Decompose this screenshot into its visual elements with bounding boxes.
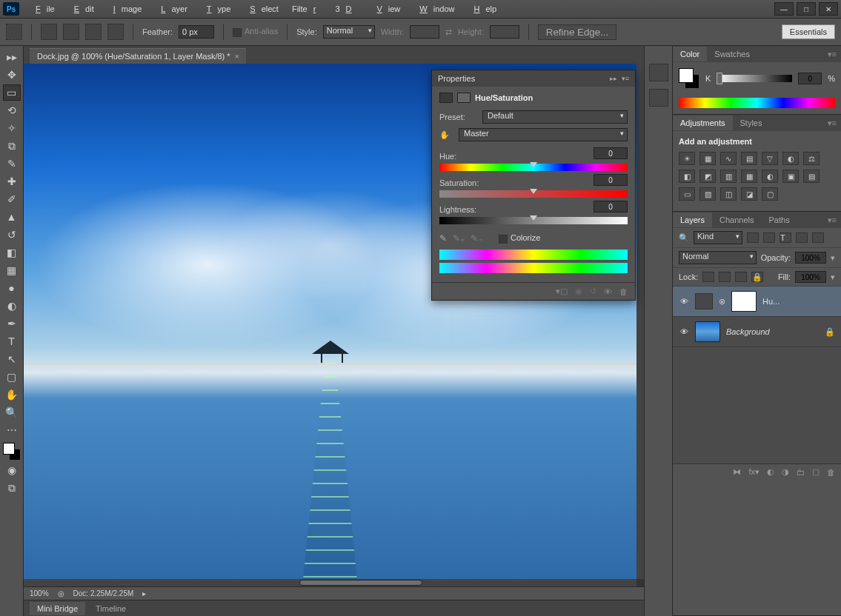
layer-thumb[interactable]	[695, 321, 720, 342]
blend-mode-dropdown[interactable]: Normal	[679, 251, 757, 264]
color-lookup-icon[interactable]: ▦	[741, 170, 757, 183]
adj-icon[interactable]: ▢	[762, 187, 778, 201]
properties-panel[interactable]: Properties ▸▸ ▾≡ Hue/Saturation Preset: …	[431, 70, 636, 301]
color-balance-icon[interactable]: ⚖	[803, 152, 820, 165]
clip-icon[interactable]: ▾▢	[556, 287, 568, 296]
mask-icon[interactable]: ◐	[767, 467, 774, 477]
lock-position-icon[interactable]	[735, 272, 747, 282]
lightness-value-input[interactable]	[594, 201, 628, 212]
saturation-value-input[interactable]	[594, 174, 628, 186]
new-selection-icon[interactable]	[41, 24, 57, 40]
panel-menu-icon[interactable]: ▾≡	[823, 50, 841, 59]
layer-name[interactable]: Hu...	[762, 297, 835, 306]
timeline-tab[interactable]: Timeline	[88, 602, 133, 615]
channel-dropdown[interactable]: Master	[459, 128, 628, 141]
expand-tools-icon[interactable]: ▸▸	[3, 49, 21, 65]
link-layers-icon[interactable]: ⧓	[733, 467, 741, 477]
history-panel-icon[interactable]	[649, 64, 668, 81]
status-icon[interactable]: ◎	[58, 589, 64, 597]
zoom-level[interactable]: 100%	[30, 589, 49, 597]
menu-type[interactable]: Type	[195, 2, 236, 16]
vibrance-icon[interactable]: ▽	[762, 152, 778, 165]
marquee-tool-preset-icon[interactable]	[6, 24, 22, 40]
gradient-map-icon[interactable]: ▭	[679, 187, 695, 201]
channel-mixer-icon[interactable]: ▥	[720, 170, 737, 183]
lightness-slider[interactable]	[439, 217, 628, 224]
visibility-icon[interactable]: 👁	[679, 327, 689, 336]
clone-stamp-tool-icon[interactable]: ▲	[3, 209, 21, 225]
curves-icon[interactable]: ∿	[720, 152, 737, 165]
blur-tool-icon[interactable]: ●	[3, 280, 21, 296]
status-arrow-icon[interactable]: ▸	[142, 589, 146, 597]
eyedropper-subtract-icon[interactable]: ✎₋	[471, 233, 482, 244]
menu-select[interactable]: Select	[238, 2, 285, 16]
saturation-slider[interactable]	[439, 190, 628, 198]
eraser-tool-icon[interactable]: ◧	[3, 244, 21, 261]
style-dropdown[interactable]: Normal	[323, 25, 375, 38]
lock-all-icon[interactable]: 🔒	[751, 272, 763, 282]
horizontal-scrollbar[interactable]	[24, 579, 636, 586]
hand-tool-icon[interactable]: ✋	[3, 386, 21, 403]
menu-layer[interactable]: Layer	[149, 2, 193, 16]
bw-icon[interactable]: ◧	[679, 170, 695, 183]
eyedropper-icon[interactable]: ✎	[439, 233, 447, 244]
menu-file[interactable]: File	[24, 2, 61, 16]
info-panel-icon[interactable]	[649, 89, 668, 107]
invert-icon[interactable]: ◐	[762, 170, 778, 183]
shape-tool-icon[interactable]: ▢	[3, 369, 21, 385]
styles-tab[interactable]: Styles	[733, 116, 770, 130]
intersect-selection-icon[interactable]	[107, 24, 124, 40]
fill-input[interactable]	[795, 271, 826, 283]
hue-sat-icon[interactable]: ◐	[782, 152, 799, 165]
color-range-bar-bottom[interactable]	[439, 263, 628, 273]
hue-slider[interactable]	[439, 164, 628, 171]
trash-icon[interactable]: 🗑	[827, 468, 835, 477]
menu-3d[interactable]: 3D	[329, 2, 363, 16]
gradient-tool-icon[interactable]: ▦	[3, 262, 21, 278]
close-tab-icon[interactable]: ×	[235, 53, 239, 61]
menu-window[interactable]: Window	[408, 2, 460, 16]
filter-kind-dropdown[interactable]: Kind	[694, 231, 742, 244]
eyedropper-add-icon[interactable]: ✎₊	[453, 233, 465, 244]
subtract-selection-icon[interactable]	[85, 24, 102, 40]
pen-tool-icon[interactable]: ✒	[3, 315, 21, 332]
hue-value-input[interactable]	[594, 147, 628, 159]
mask-chip-icon[interactable]	[457, 93, 471, 103]
reset-icon[interactable]: ↺	[590, 287, 596, 296]
panel-menu-icon[interactable]: ▾≡	[622, 75, 629, 82]
type-tool-icon[interactable]: T	[3, 333, 21, 349]
new-layer-icon[interactable]: ▢	[812, 467, 820, 477]
color-swatch-icon[interactable]	[679, 68, 699, 89]
trash-icon[interactable]: 🗑	[619, 287, 628, 296]
color-tab[interactable]: Color	[673, 47, 707, 61]
visibility-icon[interactable]: 👁	[679, 297, 689, 306]
filter-shape-icon[interactable]	[796, 232, 808, 243]
history-brush-tool-icon[interactable]: ↺	[3, 227, 21, 243]
group-icon[interactable]: 🗀	[797, 468, 805, 477]
menu-view[interactable]: View	[365, 2, 406, 16]
layer-name[interactable]: Background	[726, 327, 819, 336]
levels-icon[interactable]: ▦	[699, 152, 716, 165]
threshold-icon[interactable]: ▤	[803, 170, 820, 183]
k-value-input[interactable]	[798, 73, 822, 84]
panel-menu-icon[interactable]: ▾≡	[823, 215, 841, 225]
dodge-tool-icon[interactable]: ◐	[3, 298, 21, 314]
posterize-icon[interactable]: ▣	[782, 170, 799, 183]
panel-menu-icon[interactable]: ▾≡	[823, 118, 841, 128]
visibility-toggle-icon[interactable]: 👁	[604, 287, 612, 296]
screen-mode-icon[interactable]: ⧉	[3, 480, 21, 496]
minimize-button[interactable]: —	[774, 2, 794, 16]
menu-edit[interactable]: Edit	[62, 2, 100, 16]
quick-mask-icon[interactable]: ◉	[3, 462, 21, 478]
color-swatch-icon[interactable]	[3, 443, 21, 461]
brightness-icon[interactable]: ☀	[679, 152, 695, 165]
photo-filter-icon[interactable]: ◩	[699, 170, 716, 183]
document-tab[interactable]: Dock.jpg @ 100% (Hue/Saturation 1, Layer…	[30, 48, 246, 64]
colorize-checkbox[interactable]	[499, 235, 508, 244]
path-selection-tool-icon[interactable]: ↖	[3, 351, 21, 367]
menu-help[interactable]: Help	[462, 2, 502, 16]
properties-header[interactable]: Properties ▸▸ ▾≡	[432, 70, 635, 87]
adjustments-tab[interactable]: Adjustments	[673, 116, 733, 130]
opacity-input[interactable]	[795, 252, 826, 264]
filter-type-icon[interactable]: T	[779, 232, 791, 243]
